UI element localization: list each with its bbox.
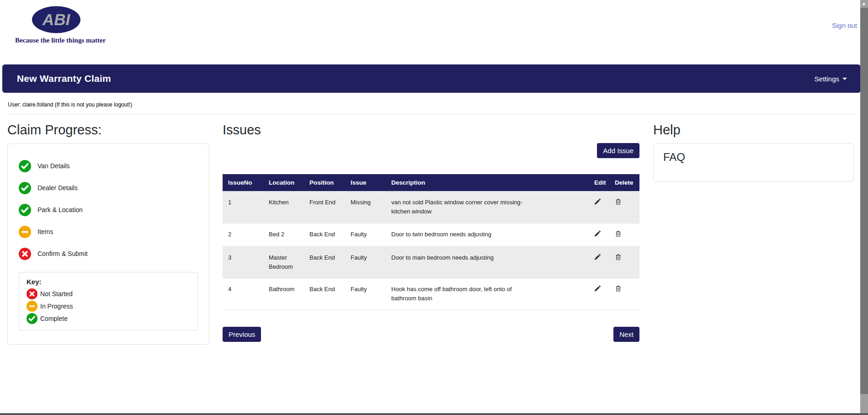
key-heading: Key: — [27, 278, 190, 286]
caret-down-icon — [842, 78, 847, 80]
cell-issueno: 2 — [223, 223, 263, 246]
progress-item-park-location[interactable]: Park & Location — [19, 199, 198, 221]
table-row: 1 Kitchen Front End Missing van not sold… — [223, 192, 639, 223]
cell-delete — [609, 278, 639, 310]
progress-key: Key: Not Started In Progress — [19, 272, 198, 330]
progress-item-dealer-details[interactable]: Dealer Details — [19, 177, 198, 199]
table-header-row: IssueNo Location Position Issue Descript… — [223, 174, 639, 192]
col-header-issueno: IssueNo — [223, 174, 263, 192]
faq-card: FAQ — [653, 144, 854, 181]
pagination-row: Previous Next — [223, 327, 639, 342]
cell-delete — [609, 246, 639, 278]
edit-issue-button[interactable] — [594, 253, 601, 261]
logo-tagline: Because the little things matter — [15, 37, 102, 44]
key-item-complete: Complete — [27, 312, 190, 325]
key-item-label: Complete — [40, 315, 68, 322]
help-section: Help FAQ — [653, 122, 854, 181]
add-issue-button[interactable]: Add Issue — [597, 143, 639, 158]
description-text: Door to twin bedroom needs adjusting — [391, 230, 538, 239]
user-status-text: User: claire.folland (If this is not you… — [8, 101, 132, 108]
sign-out-link[interactable]: Sign out — [832, 21, 857, 29]
edit-issue-button[interactable] — [594, 198, 601, 205]
col-header-delete: Delete — [609, 174, 639, 192]
progress-item-label: Park & Location — [37, 206, 83, 213]
delete-issue-button[interactable] — [615, 230, 622, 237]
cell-issue: Faulty — [345, 246, 386, 278]
cell-description: Door to twin bedroom needs adjusting — [386, 223, 589, 246]
claim-progress-section: Claim Progress: Van Details Dealer Detai… — [7, 122, 209, 345]
check-circle-icon — [19, 204, 31, 216]
check-circle-icon — [19, 182, 31, 194]
description-text: van not sold Plastic window corner cover… — [391, 198, 538, 216]
divider — [7, 114, 854, 114]
cell-delete — [609, 223, 639, 246]
page-title: New Warranty Claim — [17, 73, 111, 84]
window-bottom-edge — [0, 413, 868, 415]
app-header: ABI Because the little things matter Sig… — [0, 0, 868, 53]
edit-issue-button[interactable] — [594, 230, 601, 237]
vertical-scrollbar[interactable] — [860, 0, 868, 413]
cell-edit — [589, 278, 609, 310]
next-button[interactable]: Next — [613, 327, 639, 342]
cell-issue: Faulty — [345, 223, 386, 246]
check-circle-icon — [27, 313, 37, 324]
cell-issueno: 4 — [223, 278, 263, 310]
cell-edit — [589, 192, 609, 223]
issues-heading: Issues — [223, 122, 639, 138]
trash-icon — [615, 253, 622, 261]
cell-position: Front End — [304, 192, 345, 223]
minus-circle-icon — [27, 301, 37, 312]
issues-table: IssueNo Location Position Issue Descript… — [223, 174, 639, 310]
cell-issueno: 1 — [223, 192, 263, 223]
scroll-up-arrow-icon[interactable] — [862, 2, 866, 5]
delete-issue-button[interactable] — [615, 253, 622, 261]
title-bar: New Warranty Claim Settings — [2, 64, 861, 93]
pencil-icon — [594, 253, 601, 261]
trash-icon — [615, 198, 622, 205]
description-text: Door to main bedroom needs adjusting — [391, 253, 538, 262]
edit-issue-button[interactable] — [594, 285, 601, 292]
previous-button[interactable]: Previous — [223, 327, 261, 342]
col-header-location: Location — [263, 174, 304, 192]
progress-item-van-details[interactable]: Van Details — [19, 155, 198, 177]
col-header-position: Position — [304, 174, 345, 192]
faq-link[interactable]: FAQ — [663, 151, 853, 164]
progress-item-label: Items — [37, 228, 53, 235]
key-item-label: Not Started — [40, 290, 73, 298]
settings-dropdown[interactable]: Settings — [815, 75, 847, 83]
cell-issue: Missing — [345, 192, 386, 223]
cell-location: Kitchen — [263, 192, 304, 223]
cell-location: Bathroom — [263, 278, 304, 310]
issues-section: Issues Add Issue IssueNo Location Positi… — [223, 122, 639, 342]
abi-logo-icon: ABI — [31, 5, 81, 34]
minus-circle-icon — [19, 226, 31, 238]
scrollbar-thumb[interactable] — [860, 8, 868, 394]
delete-issue-button[interactable] — [615, 198, 622, 205]
trash-icon — [615, 230, 622, 237]
cell-location: Bed 2 — [263, 223, 304, 246]
cell-position: Back End — [304, 246, 345, 278]
x-circle-icon — [19, 248, 31, 260]
settings-label: Settings — [815, 75, 839, 83]
cell-description: van not sold Plastic window corner cover… — [386, 192, 589, 223]
col-header-issue: Issue — [345, 174, 386, 192]
progress-item-confirm-submit[interactable]: Confirm & Submit — [19, 243, 198, 265]
pencil-icon — [594, 285, 601, 292]
cell-delete — [609, 192, 639, 223]
table-row: 2 Bed 2 Back End Faulty Door to twin bed… — [223, 223, 639, 246]
progress-item-items[interactable]: Items — [19, 221, 198, 243]
key-item-label: In Progress — [40, 303, 73, 310]
cell-issueno: 3 — [223, 246, 263, 278]
key-item-in-progress: In Progress — [27, 300, 190, 312]
progress-item-label: Confirm & Submit — [37, 250, 88, 257]
cell-issue: Faulty — [345, 278, 386, 310]
pencil-icon — [594, 230, 601, 237]
cell-position: Back End — [304, 223, 345, 246]
cell-edit — [589, 223, 609, 246]
progress-item-label: Van Details — [37, 162, 70, 170]
cell-description: Door to main bedroom needs adjusting — [386, 246, 589, 278]
logo-text: ABI — [42, 11, 71, 28]
delete-issue-button[interactable] — [615, 285, 622, 292]
col-header-description: Description — [386, 174, 589, 192]
table-row: 3 Master Bedroom Back End Faulty Door to… — [223, 246, 639, 278]
